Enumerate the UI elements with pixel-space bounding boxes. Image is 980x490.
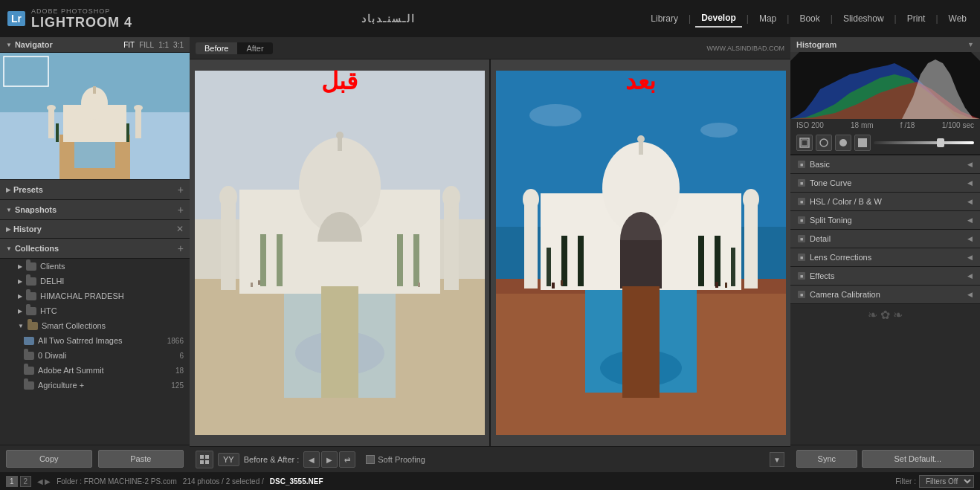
tone-slider[interactable] (874, 141, 974, 144)
navigator-toggle[interactable]: ▼ (6, 42, 12, 48)
basic-header[interactable]: ■ Basic ◀ (790, 155, 980, 173)
tone-curve-expand[interactable]: ■ (798, 179, 805, 187)
svg-rect-58 (715, 236, 721, 286)
histogram-arrow[interactable]: ▼ (967, 41, 974, 48)
split-toning-header[interactable]: ■ Split Toning ◀ (790, 211, 980, 229)
paste-button[interactable]: Paste (98, 450, 184, 468)
page-2[interactable]: 2 (20, 476, 32, 487)
soft-proof-checkbox[interactable] (366, 455, 375, 464)
snapshots-add-button[interactable]: + (178, 204, 184, 216)
hsl-expand[interactable]: ■ (798, 198, 805, 205)
svg-rect-35 (258, 280, 260, 285)
set-defaults-button[interactable]: Set Default... (862, 450, 974, 468)
tone-curve-header[interactable]: ■ Tone Curve ◀ (790, 174, 980, 192)
filmstrip-toggle[interactable]: ▼ (770, 452, 784, 467)
list-item[interactable]: Agriculture + 125 (0, 378, 190, 393)
ba-swap-button[interactable]: ⇄ (339, 451, 355, 468)
sync-button[interactable]: Sync (796, 450, 857, 468)
svg-rect-6 (93, 86, 96, 94)
presets-header[interactable]: ▶ Presets + (0, 180, 190, 200)
filter-label: Filter : (895, 477, 916, 486)
collections-header[interactable]: ▼ Collections + (0, 239, 190, 259)
list-item[interactable]: ▶ Clients (0, 259, 190, 274)
split-toning-expand[interactable]: ■ (798, 216, 805, 224)
item-label: Clients (40, 262, 184, 271)
svg-rect-31 (397, 234, 403, 286)
accordion-camera-cal: ■ Camera Calibration ◀ (790, 286, 980, 304)
camera-cal-expand[interactable]: ■ (798, 291, 805, 298)
hsl-header[interactable]: ■ HSL / Color / B & W ◀ (790, 193, 980, 210)
list-item[interactable]: ▼ Smart Collections (0, 318, 190, 333)
zoom-fit[interactable]: FIT (123, 41, 135, 49)
before-tab[interactable]: Before (196, 42, 237, 54)
main-content: ▼ Navigator FIT FILL 1:1 3:1 (0, 37, 980, 472)
split-toning-arrow: ◀ (967, 216, 973, 224)
folder-icon (24, 352, 34, 360)
history-toggle[interactable]: ▶ (6, 226, 10, 233)
nav-library[interactable]: Library (645, 10, 684, 27)
navigator-preview (0, 53, 190, 179)
presets-add-button[interactable]: + (178, 184, 184, 196)
tone-slider-thumb (937, 138, 944, 147)
nav-book[interactable]: Book (793, 10, 825, 27)
svg-rect-66 (200, 455, 204, 459)
zoom-1-1[interactable]: 1:1 (158, 41, 169, 49)
collections-toggle[interactable]: ▼ (6, 245, 12, 252)
history-close-button[interactable]: ✕ (176, 224, 184, 234)
nav-develop[interactable]: Develop (695, 10, 742, 28)
list-item[interactable]: ▶ DELHI (0, 274, 190, 288)
presets-toggle[interactable]: ▶ (6, 187, 10, 193)
tone-circle-icon[interactable] (816, 135, 832, 151)
ba-prev-button[interactable]: ◀ (303, 451, 320, 468)
grid-view-button[interactable] (196, 451, 213, 468)
zoom-fill[interactable]: FILL (139, 41, 154, 49)
effects-expand[interactable]: ■ (798, 272, 805, 280)
list-item[interactable]: All Two Satrred Images 1866 (0, 333, 190, 348)
snapshots-header[interactable]: ▼ Snapshots + (0, 200, 190, 220)
effects-label: Effects (810, 271, 834, 280)
camera-cal-header[interactable]: ■ Camera Calibration ◀ (790, 286, 980, 303)
nav-right-button[interactable]: ▶ (45, 477, 51, 486)
nav-slideshow[interactable]: Slideshow (837, 10, 890, 27)
snapshots-toggle[interactable]: ▼ (6, 207, 12, 213)
effects-header[interactable]: ■ Effects ◀ (790, 267, 980, 285)
detail-expand[interactable]: ■ (798, 235, 805, 242)
ba-next-button[interactable]: ▶ (321, 451, 338, 468)
collections-add-button[interactable]: + (178, 242, 184, 254)
tone-crop-icon[interactable] (796, 135, 813, 151)
history-header[interactable]: ▶ History ✕ (0, 220, 190, 239)
basic-expand[interactable]: ■ (798, 161, 805, 168)
page-1[interactable]: 1 (6, 476, 18, 487)
folder-icon (28, 322, 38, 330)
tone-rect-icon[interactable] (854, 135, 871, 151)
yy-button[interactable]: YY (218, 453, 239, 466)
collections-label: Collections (15, 244, 59, 253)
zoom-3-1[interactable]: 3:1 (173, 41, 184, 49)
smart-folder-icon (24, 337, 34, 345)
presets-section: ▶ Presets + (0, 179, 190, 200)
svg-rect-11 (56, 123, 59, 142)
detail-header[interactable]: ■ Detail ◀ (790, 230, 980, 248)
copy-button[interactable]: Copy (6, 450, 92, 468)
nav-left-button[interactable]: ◀ (37, 477, 43, 486)
list-item[interactable]: ▶ HTC (0, 303, 190, 318)
filter-dropdown[interactable]: Filters Off (919, 475, 974, 488)
nav-web[interactable]: Web (943, 10, 973, 27)
list-item[interactable]: ▶ HIMACHAL PRADESH (0, 288, 190, 303)
folder-info: Folder : FROM MACHINE-2 PS.com (57, 477, 177, 486)
lens-expand[interactable]: ■ (798, 254, 805, 261)
svg-point-48 (637, 135, 645, 143)
svg-rect-64 (715, 282, 718, 288)
after-tab[interactable]: After (237, 42, 272, 54)
navigator-image (0, 53, 190, 179)
lens-header[interactable]: ■ Lens Corrections ◀ (790, 248, 980, 266)
nav-print[interactable]: Print (901, 10, 932, 27)
bottom-toolbar: YY Before & After : ◀ ▶ ⇄ Soft Proofing … (190, 446, 790, 472)
tone-filled-circle-icon[interactable] (835, 135, 851, 151)
navigator-header[interactable]: ▼ Navigator FIT FILL 1:1 3:1 (0, 37, 190, 53)
nav-map[interactable]: Map (753, 10, 782, 27)
accordion-split-toning: ■ Split Toning ◀ (790, 211, 980, 230)
item-label: Agriculture + (38, 381, 167, 390)
list-item[interactable]: Adobe Art Summit 18 (0, 363, 190, 378)
list-item[interactable]: 0 Diwali 6 (0, 348, 190, 363)
